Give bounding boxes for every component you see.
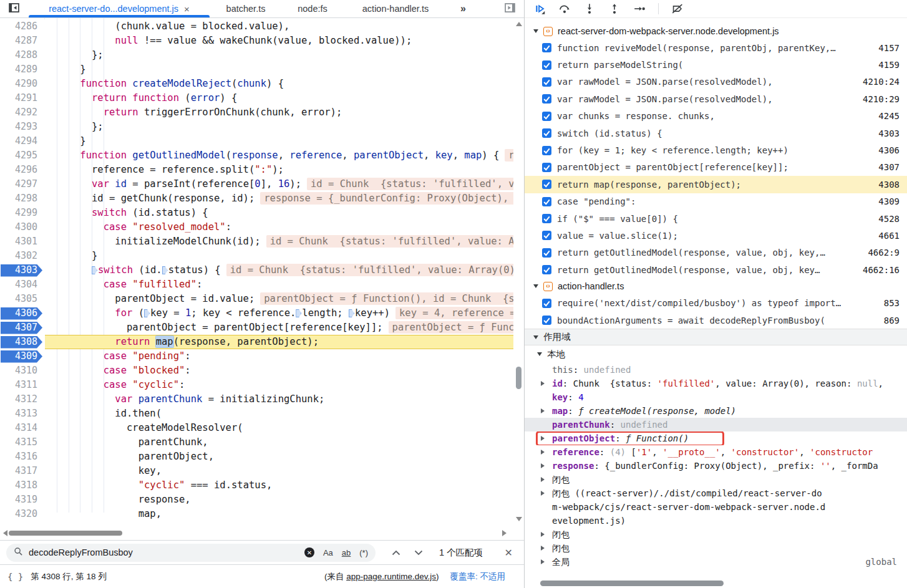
line-number[interactable]: 4293	[0, 120, 45, 134]
line-number[interactable]: 4305	[0, 292, 45, 306]
code-line[interactable]: switch (id.status) {	[45, 206, 513, 220]
previous-match-button[interactable]	[392, 550, 400, 556]
chevron-right-icon[interactable]	[541, 546, 545, 551]
more-tabs-button[interactable]: »	[452, 0, 475, 17]
code-line[interactable]: id.then(	[45, 407, 513, 421]
breakpoint-row[interactable]: function reviveModel(response, parentObj…	[525, 39, 907, 56]
tab-node-fs[interactable]: node:fs	[281, 0, 344, 17]
code-line[interactable]: case "fulfilled":	[45, 277, 513, 292]
scope-row[interactable]: id: Chunk {status: 'fulfilled', value: A…	[525, 377, 907, 390]
toggle-debugger-sidebar-button[interactable]	[503, 0, 517, 17]
editor-vertical-scrollbar[interactable]	[513, 18, 524, 526]
regex-toggle[interactable]: (*)	[359, 548, 368, 557]
line-number[interactable]: 4315	[0, 435, 45, 450]
chevron-right-icon[interactable]	[541, 559, 545, 564]
chevron-right-icon[interactable]	[541, 463, 545, 468]
breakpoint-checkbox[interactable]	[542, 180, 551, 189]
chevron-right-icon[interactable]	[541, 532, 545, 537]
code-line[interactable]: }	[45, 249, 513, 263]
code-line[interactable]: function createModelReject(chunk) {	[45, 77, 513, 91]
line-number[interactable]: 4289	[0, 62, 45, 77]
line-number[interactable]: 4317	[0, 464, 45, 478]
breakpoint-row[interactable]: return map(response, parentObject);4308	[525, 176, 907, 193]
scope-row[interactable]: this: undefined	[525, 363, 907, 377]
code-line[interactable]: (chunk.value = blocked.value),	[45, 19, 513, 34]
inline-breakpoint-marker-icon[interactable]	[349, 309, 354, 317]
step-over-icon[interactable]	[557, 1, 572, 16]
breakpoint-checkbox[interactable]	[542, 316, 551, 325]
code-line[interactable]: response,	[45, 493, 513, 507]
step-icon[interactable]	[632, 1, 647, 16]
scroll-left-arrow-icon[interactable]	[3, 530, 7, 536]
breakpoint-checkbox[interactable]	[542, 265, 551, 274]
code-line[interactable]: parentObject,	[45, 450, 513, 464]
code-line[interactable]: switch (id.status) {id = Chunk {status: …	[45, 263, 513, 277]
line-number[interactable]: 4311	[0, 378, 45, 392]
breakpoint-checkbox[interactable]	[542, 112, 551, 121]
scope-row[interactable]: 闭包	[525, 541, 907, 555]
line-number[interactable]: 4298	[0, 191, 45, 206]
breakpoint-checkbox[interactable]	[542, 214, 551, 223]
clear-search-icon[interactable]: ✕	[304, 547, 314, 557]
code-line[interactable]: id = getChunk(response, id);response = {…	[45, 191, 513, 206]
scope-row[interactable]: map: ƒ createModel(response, model)	[525, 404, 907, 418]
breakpoint-row[interactable]: for (key = 1; key < reference.length; ke…	[525, 142, 907, 158]
scroll-up-arrow-icon[interactable]	[516, 22, 522, 26]
scope-row[interactable]: 闭包 ((react-server)/./dist/compiled/react…	[525, 486, 832, 528]
line-number[interactable]: 4286	[0, 19, 45, 34]
breakpoint-row[interactable]: return getOutlinedModel(response, value,…	[525, 244, 907, 261]
next-match-button[interactable]	[414, 550, 423, 556]
breakpoint-checkbox[interactable]	[542, 94, 551, 104]
code-line[interactable]: };	[45, 48, 513, 62]
tab-batcher-ts[interactable]: batcher.ts	[211, 0, 281, 17]
code-line[interactable]: case "resolved_model":	[45, 220, 513, 234]
breakpoint-row[interactable]: require('next/dist/compiled/busboy') as …	[525, 294, 907, 311]
breakpoint-checkbox[interactable]	[542, 146, 551, 155]
line-number[interactable]: 4313	[0, 407, 45, 421]
code-line[interactable]: }	[45, 62, 513, 77]
code-line[interactable]: parentObject = id.value;parentObject = ƒ…	[45, 292, 513, 306]
line-number[interactable]: 4302	[0, 249, 45, 263]
code-line[interactable]: return function (error) {	[45, 91, 513, 105]
scope-row[interactable]: parentObject: ƒ Function()	[525, 431, 907, 445]
scope-row[interactable]: reference: (4) ['1', '__proto__', 'const…	[525, 445, 907, 459]
inline-breakpoint-marker-icon[interactable]	[296, 309, 301, 317]
chevron-right-icon[interactable]	[541, 477, 545, 482]
line-number[interactable]: 4292	[0, 105, 45, 120]
breakpoint-line-number[interactable]: 4309	[0, 349, 45, 364]
line-number[interactable]: 4319	[0, 493, 45, 507]
code-line[interactable]: "cyclic" === id.status,	[45, 478, 513, 493]
breakpoint-checkbox[interactable]	[542, 299, 551, 308]
line-number[interactable]: 4287	[0, 34, 45, 48]
line-number[interactable]: 4299	[0, 206, 45, 220]
breakpoint-row[interactable]: return parseModelString(4159	[525, 56, 907, 73]
step-into-icon[interactable]	[582, 1, 597, 16]
code-line[interactable]: createModelResolver(	[45, 421, 513, 435]
breakpoint-checkbox[interactable]	[542, 231, 551, 240]
tab-action-handler-ts[interactable]: action-handler.ts	[344, 0, 447, 17]
line-number[interactable]: 4297	[0, 177, 45, 191]
breakpoint-row[interactable]: return getOutlinedModel(response, value,…	[525, 261, 907, 278]
breakpoint-line-number[interactable]: 4303	[0, 263, 45, 277]
code-line[interactable]: };	[45, 120, 513, 134]
line-number[interactable]: 4291	[0, 91, 45, 105]
close-tab-icon[interactable]: ×	[184, 4, 190, 14]
line-number[interactable]: 4312	[0, 392, 45, 407]
scope-section-header[interactable]: 作用域	[525, 329, 907, 345]
line-number[interactable]: 4296	[0, 163, 45, 177]
breakpoint-line-number[interactable]: 4308	[0, 335, 45, 349]
breakpoint-checkbox[interactable]	[542, 77, 551, 87]
line-number[interactable]: 4320	[0, 507, 45, 521]
breakpoint-line-number[interactable]: 4307	[0, 321, 45, 335]
code-line[interactable]: case "pending":	[45, 349, 513, 364]
toggle-navigator-sidebar-button[interactable]	[0, 0, 27, 17]
scope-row[interactable]: key: 4	[525, 390, 907, 404]
horizontal-scrollbar-thumb[interactable]	[9, 531, 122, 536]
close-find-bar-button[interactable]: ✕	[505, 547, 513, 559]
breakpoint-file-group-header[interactable]: ‹›action-handler.ts	[525, 278, 907, 294]
scope-row[interactable]: response: {_bundlerConfig: Proxy(Object)…	[525, 459, 907, 473]
breakpoint-row[interactable]: case "pending":4309	[525, 193, 907, 210]
coverage-label[interactable]: 覆盖率: 不适用	[450, 571, 505, 582]
scope-row[interactable]: 闭包	[525, 473, 907, 486]
resume-script-execution-icon[interactable]	[532, 1, 547, 16]
